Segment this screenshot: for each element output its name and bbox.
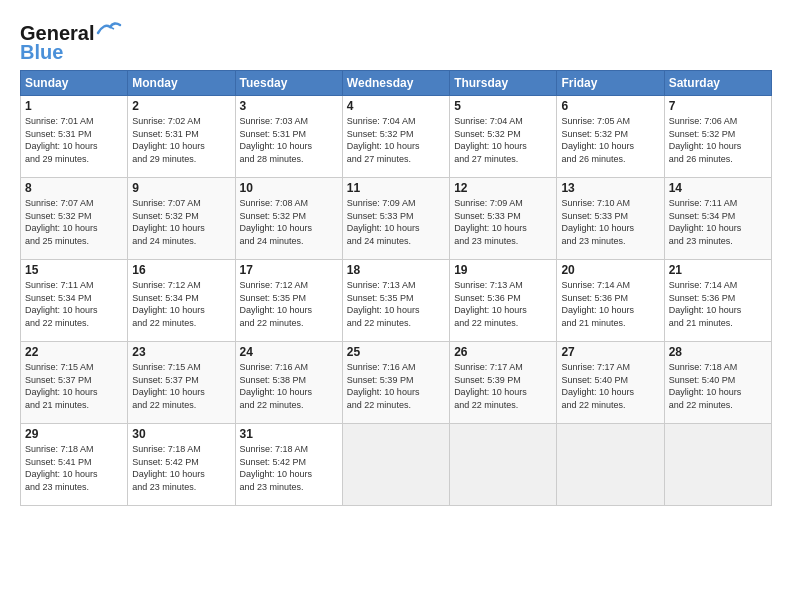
calendar-header-cell: Friday — [557, 71, 664, 96]
calendar-day-cell: 14Sunrise: 7:11 AM Sunset: 5:34 PM Dayli… — [664, 178, 771, 260]
day-number: 2 — [132, 99, 230, 113]
day-info: Sunrise: 7:16 AM Sunset: 5:38 PM Dayligh… — [240, 361, 338, 411]
day-number: 7 — [669, 99, 767, 113]
calendar-week-row: 1Sunrise: 7:01 AM Sunset: 5:31 PM Daylig… — [21, 96, 772, 178]
calendar-day-cell: 24Sunrise: 7:16 AM Sunset: 5:38 PM Dayli… — [235, 342, 342, 424]
day-number: 6 — [561, 99, 659, 113]
calendar-day-cell: 30Sunrise: 7:18 AM Sunset: 5:42 PM Dayli… — [128, 424, 235, 506]
day-number: 31 — [240, 427, 338, 441]
day-info: Sunrise: 7:14 AM Sunset: 5:36 PM Dayligh… — [561, 279, 659, 329]
day-info: Sunrise: 7:07 AM Sunset: 5:32 PM Dayligh… — [25, 197, 123, 247]
calendar-day-cell: 15Sunrise: 7:11 AM Sunset: 5:34 PM Dayli… — [21, 260, 128, 342]
logo-blue: Blue — [20, 41, 63, 64]
day-info: Sunrise: 7:04 AM Sunset: 5:32 PM Dayligh… — [454, 115, 552, 165]
day-info: Sunrise: 7:07 AM Sunset: 5:32 PM Dayligh… — [132, 197, 230, 247]
calendar-day-cell: 16Sunrise: 7:12 AM Sunset: 5:34 PM Dayli… — [128, 260, 235, 342]
calendar-day-cell: 8Sunrise: 7:07 AM Sunset: 5:32 PM Daylig… — [21, 178, 128, 260]
calendar-week-row: 29Sunrise: 7:18 AM Sunset: 5:41 PM Dayli… — [21, 424, 772, 506]
calendar-header-row: SundayMondayTuesdayWednesdayThursdayFrid… — [21, 71, 772, 96]
calendar-day-cell — [342, 424, 449, 506]
day-number: 18 — [347, 263, 445, 277]
calendar-day-cell: 25Sunrise: 7:16 AM Sunset: 5:39 PM Dayli… — [342, 342, 449, 424]
calendar-week-row: 22Sunrise: 7:15 AM Sunset: 5:37 PM Dayli… — [21, 342, 772, 424]
day-info: Sunrise: 7:15 AM Sunset: 5:37 PM Dayligh… — [132, 361, 230, 411]
day-number: 3 — [240, 99, 338, 113]
day-info: Sunrise: 7:14 AM Sunset: 5:36 PM Dayligh… — [669, 279, 767, 329]
calendar-body: 1Sunrise: 7:01 AM Sunset: 5:31 PM Daylig… — [21, 96, 772, 506]
calendar-header-cell: Sunday — [21, 71, 128, 96]
day-info: Sunrise: 7:13 AM Sunset: 5:35 PM Dayligh… — [347, 279, 445, 329]
day-number: 24 — [240, 345, 338, 359]
calendar-day-cell: 3Sunrise: 7:03 AM Sunset: 5:31 PM Daylig… — [235, 96, 342, 178]
day-number: 27 — [561, 345, 659, 359]
day-info: Sunrise: 7:18 AM Sunset: 5:42 PM Dayligh… — [240, 443, 338, 493]
calendar-day-cell: 31Sunrise: 7:18 AM Sunset: 5:42 PM Dayli… — [235, 424, 342, 506]
calendar-day-cell: 18Sunrise: 7:13 AM Sunset: 5:35 PM Dayli… — [342, 260, 449, 342]
day-number: 22 — [25, 345, 123, 359]
calendar-day-cell: 28Sunrise: 7:18 AM Sunset: 5:40 PM Dayli… — [664, 342, 771, 424]
day-number: 16 — [132, 263, 230, 277]
day-info: Sunrise: 7:18 AM Sunset: 5:40 PM Dayligh… — [669, 361, 767, 411]
day-number: 15 — [25, 263, 123, 277]
calendar-day-cell — [664, 424, 771, 506]
day-info: Sunrise: 7:02 AM Sunset: 5:31 PM Dayligh… — [132, 115, 230, 165]
calendar-header-cell: Wednesday — [342, 71, 449, 96]
day-info: Sunrise: 7:05 AM Sunset: 5:32 PM Dayligh… — [561, 115, 659, 165]
calendar-day-cell: 13Sunrise: 7:10 AM Sunset: 5:33 PM Dayli… — [557, 178, 664, 260]
day-number: 28 — [669, 345, 767, 359]
calendar-day-cell — [450, 424, 557, 506]
calendar-day-cell: 7Sunrise: 7:06 AM Sunset: 5:32 PM Daylig… — [664, 96, 771, 178]
day-number: 26 — [454, 345, 552, 359]
day-number: 30 — [132, 427, 230, 441]
day-number: 12 — [454, 181, 552, 195]
calendar-day-cell: 23Sunrise: 7:15 AM Sunset: 5:37 PM Dayli… — [128, 342, 235, 424]
calendar-day-cell: 4Sunrise: 7:04 AM Sunset: 5:32 PM Daylig… — [342, 96, 449, 178]
calendar-week-row: 8Sunrise: 7:07 AM Sunset: 5:32 PM Daylig… — [21, 178, 772, 260]
calendar-day-cell — [557, 424, 664, 506]
day-number: 23 — [132, 345, 230, 359]
day-info: Sunrise: 7:04 AM Sunset: 5:32 PM Dayligh… — [347, 115, 445, 165]
day-info: Sunrise: 7:09 AM Sunset: 5:33 PM Dayligh… — [454, 197, 552, 247]
calendar-header-cell: Monday — [128, 71, 235, 96]
day-info: Sunrise: 7:01 AM Sunset: 5:31 PM Dayligh… — [25, 115, 123, 165]
calendar-day-cell: 21Sunrise: 7:14 AM Sunset: 5:36 PM Dayli… — [664, 260, 771, 342]
day-info: Sunrise: 7:15 AM Sunset: 5:37 PM Dayligh… — [25, 361, 123, 411]
page-container: General Blue SundayMondayTuesdayWednesda… — [0, 0, 792, 516]
day-number: 13 — [561, 181, 659, 195]
day-info: Sunrise: 7:12 AM Sunset: 5:34 PM Dayligh… — [132, 279, 230, 329]
day-number: 20 — [561, 263, 659, 277]
calendar-day-cell: 19Sunrise: 7:13 AM Sunset: 5:36 PM Dayli… — [450, 260, 557, 342]
day-info: Sunrise: 7:06 AM Sunset: 5:32 PM Dayligh… — [669, 115, 767, 165]
header: General Blue — [20, 18, 772, 64]
calendar-day-cell: 5Sunrise: 7:04 AM Sunset: 5:32 PM Daylig… — [450, 96, 557, 178]
calendar-day-cell: 17Sunrise: 7:12 AM Sunset: 5:35 PM Dayli… — [235, 260, 342, 342]
day-info: Sunrise: 7:10 AM Sunset: 5:33 PM Dayligh… — [561, 197, 659, 247]
day-info: Sunrise: 7:18 AM Sunset: 5:42 PM Dayligh… — [132, 443, 230, 493]
day-number: 14 — [669, 181, 767, 195]
logo: General Blue — [20, 22, 122, 64]
day-number: 29 — [25, 427, 123, 441]
calendar-day-cell: 26Sunrise: 7:17 AM Sunset: 5:39 PM Dayli… — [450, 342, 557, 424]
day-info: Sunrise: 7:11 AM Sunset: 5:34 PM Dayligh… — [25, 279, 123, 329]
day-info: Sunrise: 7:12 AM Sunset: 5:35 PM Dayligh… — [240, 279, 338, 329]
calendar-day-cell: 2Sunrise: 7:02 AM Sunset: 5:31 PM Daylig… — [128, 96, 235, 178]
calendar-table: SundayMondayTuesdayWednesdayThursdayFrid… — [20, 70, 772, 506]
calendar-day-cell: 9Sunrise: 7:07 AM Sunset: 5:32 PM Daylig… — [128, 178, 235, 260]
calendar-day-cell: 10Sunrise: 7:08 AM Sunset: 5:32 PM Dayli… — [235, 178, 342, 260]
day-info: Sunrise: 7:09 AM Sunset: 5:33 PM Dayligh… — [347, 197, 445, 247]
day-number: 5 — [454, 99, 552, 113]
calendar-header-cell: Saturday — [664, 71, 771, 96]
logo-bird-icon — [96, 21, 122, 39]
calendar-day-cell: 11Sunrise: 7:09 AM Sunset: 5:33 PM Dayli… — [342, 178, 449, 260]
calendar-week-row: 15Sunrise: 7:11 AM Sunset: 5:34 PM Dayli… — [21, 260, 772, 342]
day-number: 1 — [25, 99, 123, 113]
day-info: Sunrise: 7:13 AM Sunset: 5:36 PM Dayligh… — [454, 279, 552, 329]
calendar-day-cell: 6Sunrise: 7:05 AM Sunset: 5:32 PM Daylig… — [557, 96, 664, 178]
day-number: 25 — [347, 345, 445, 359]
calendar-day-cell: 27Sunrise: 7:17 AM Sunset: 5:40 PM Dayli… — [557, 342, 664, 424]
calendar-day-cell: 22Sunrise: 7:15 AM Sunset: 5:37 PM Dayli… — [21, 342, 128, 424]
day-number: 8 — [25, 181, 123, 195]
calendar-day-cell: 29Sunrise: 7:18 AM Sunset: 5:41 PM Dayli… — [21, 424, 128, 506]
day-info: Sunrise: 7:03 AM Sunset: 5:31 PM Dayligh… — [240, 115, 338, 165]
calendar-day-cell: 1Sunrise: 7:01 AM Sunset: 5:31 PM Daylig… — [21, 96, 128, 178]
